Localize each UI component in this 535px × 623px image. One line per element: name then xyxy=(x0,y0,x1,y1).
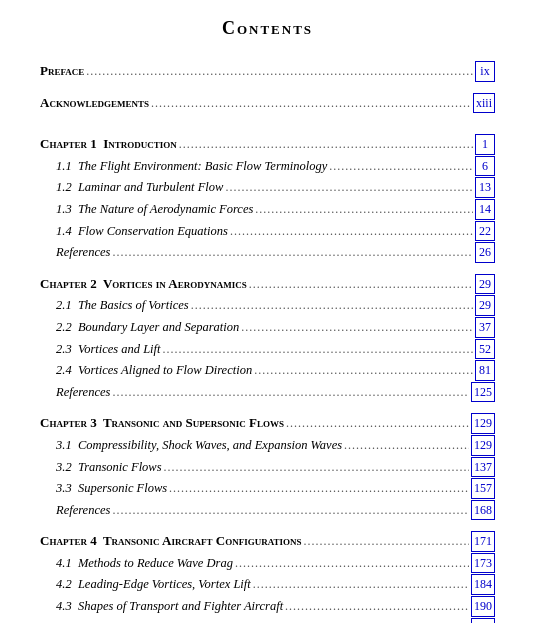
toc-label: 1.4 Flow Conservation Equations xyxy=(40,222,228,241)
toc-row: 1.2 Laminar and Turbulent Flow..........… xyxy=(40,177,495,198)
toc-dots: ........................................… xyxy=(286,414,469,433)
toc-page[interactable]: 29 xyxy=(475,274,495,295)
toc-row: 4.3 Shapes of Transport and Fighter Airc… xyxy=(40,596,495,617)
toc-row: 1.1 The Flight Environment: Basic Flow T… xyxy=(40,156,495,177)
toc-label: 4.1 Methods to Reduce Wave Drag xyxy=(40,554,233,573)
toc-row: References..............................… xyxy=(40,242,495,263)
toc-row: 2.3 Vortices and Lift...................… xyxy=(40,339,495,360)
toc-label: 2.4 Vortices Aligned to Flow Direction xyxy=(40,361,252,380)
toc-page[interactable]: 37 xyxy=(475,317,495,338)
toc-page[interactable]: 190 xyxy=(471,596,495,617)
toc-dots: ........................................… xyxy=(253,575,469,594)
toc-page[interactable]: 52 xyxy=(475,339,495,360)
toc-label: 4.3 Shapes of Transport and Fighter Airc… xyxy=(40,597,283,616)
toc-row: 2.2 Boundary Layer and Separation.......… xyxy=(40,317,495,338)
toc-row: Acknowledgements........................… xyxy=(40,93,495,114)
toc-dots: ........................................… xyxy=(230,222,473,241)
toc-page[interactable]: ix xyxy=(475,61,495,82)
toc-row: 4.2 Leading-Edge Vortices, Vortex Lift..… xyxy=(40,574,495,595)
toc-page[interactable]: 157 xyxy=(471,478,495,499)
toc-dots: ........................................… xyxy=(151,94,471,113)
toc-label: 4.2 Leading-Edge Vortices, Vortex Lift xyxy=(40,575,251,594)
toc-page[interactable]: 6 xyxy=(475,156,495,177)
toc-label: Preface xyxy=(40,61,84,81)
toc-label: Chapter 3 Transonic and Supersonic Flows xyxy=(40,413,284,433)
toc-dots: ........................................… xyxy=(179,135,473,154)
toc-row: 2.1 The Basics of Vortices..............… xyxy=(40,295,495,316)
toc-row: Preface.................................… xyxy=(40,61,495,82)
toc-label: 1.1 The Flight Environment: Basic Flow T… xyxy=(40,157,327,176)
toc-page[interactable]: 168 xyxy=(471,500,495,521)
toc-row: 4.1 Methods to Reduce Wave Drag.........… xyxy=(40,553,495,574)
toc-page[interactable]: 173 xyxy=(471,553,495,574)
toc-page[interactable]: 29 xyxy=(475,295,495,316)
toc-label: References xyxy=(40,501,110,520)
toc-page[interactable]: 213 xyxy=(471,618,495,623)
toc-dots: ........................................… xyxy=(86,62,473,81)
toc-label: References xyxy=(40,243,110,262)
toc-label: 3.3 Supersonic Flows xyxy=(40,479,167,498)
toc-page[interactable]: 81 xyxy=(475,360,495,381)
toc-dots: ........................................… xyxy=(112,501,469,520)
toc-label: References xyxy=(40,383,110,402)
toc-row: References..............................… xyxy=(40,500,495,521)
toc-page[interactable]: 1 xyxy=(475,134,495,155)
toc-label: 4.4 Slender Body Vortices xyxy=(40,619,188,623)
toc-label: 2.1 The Basics of Vortices xyxy=(40,296,189,315)
toc-container: Preface.................................… xyxy=(40,61,495,623)
toc-page[interactable]: 137 xyxy=(471,457,495,478)
toc-dots: ........................................… xyxy=(254,361,473,380)
toc-dots: ........................................… xyxy=(235,554,469,573)
toc-label: Acknowledgements xyxy=(40,93,149,113)
toc-row: Chapter 4 Transonic Aircraft Configurati… xyxy=(40,531,495,552)
toc-page[interactable]: 184 xyxy=(471,574,495,595)
toc-label: 3.2 Transonic Flows xyxy=(40,458,162,477)
toc-dots: ........................................… xyxy=(112,383,469,402)
toc-row: 3.2 Transonic Flows.....................… xyxy=(40,457,495,478)
toc-dots: ........................................… xyxy=(304,532,470,551)
toc-label: 3.1 Compressibility, Shock Waves, and Ex… xyxy=(40,436,342,455)
toc-page[interactable]: 13 xyxy=(475,177,495,198)
toc-dots: ........................................… xyxy=(344,436,469,455)
toc-page[interactable]: 125 xyxy=(471,382,495,403)
toc-dots: ........................................… xyxy=(329,157,473,176)
page-title: Contents xyxy=(40,18,495,39)
toc-row: 4.4 Slender Body Vortices...............… xyxy=(40,618,495,623)
toc-dots: ........................................… xyxy=(249,275,473,294)
toc-row: References..............................… xyxy=(40,382,495,403)
toc-dots: ........................................… xyxy=(285,597,469,616)
toc-dots: ........................................… xyxy=(169,479,469,498)
toc-dots: ........................................… xyxy=(112,243,473,262)
toc-page[interactable]: 129 xyxy=(471,435,495,456)
toc-label: 2.3 Vortices and Lift xyxy=(40,340,161,359)
toc-page[interactable]: 129 xyxy=(471,413,495,434)
toc-page[interactable]: xiii xyxy=(473,93,495,114)
toc-row: Chapter 3 Transonic and Supersonic Flows… xyxy=(40,413,495,434)
toc-label: 2.2 Boundary Layer and Separation xyxy=(40,318,239,337)
toc-page[interactable]: 171 xyxy=(471,531,495,552)
toc-row: 1.3 The Nature of Aerodynamic Forces....… xyxy=(40,199,495,220)
toc-row: Chapter 2 Vortices in Aerodynamics......… xyxy=(40,274,495,295)
toc-page[interactable]: 14 xyxy=(475,199,495,220)
toc-label: Chapter 2 Vortices in Aerodynamics xyxy=(40,274,247,294)
toc-label: 1.2 Laminar and Turbulent Flow xyxy=(40,178,223,197)
toc-row: 1.4 Flow Conservation Equations.........… xyxy=(40,221,495,242)
toc-page[interactable]: 26 xyxy=(475,242,495,263)
toc-label: 1.3 The Nature of Aerodynamic Forces xyxy=(40,200,253,219)
toc-dots: ........................................… xyxy=(163,340,473,359)
toc-page[interactable]: 22 xyxy=(475,221,495,242)
toc-row: 2.4 Vortices Aligned to Flow Direction..… xyxy=(40,360,495,381)
toc-dots: ........................................… xyxy=(255,200,473,219)
toc-dots: ........................................… xyxy=(191,296,473,315)
toc-dots: ........................................… xyxy=(164,458,469,477)
toc-row: 3.1 Compressibility, Shock Waves, and Ex… xyxy=(40,435,495,456)
toc-dots: ........................................… xyxy=(241,318,473,337)
toc-dots: ........................................… xyxy=(225,178,473,197)
toc-row: Chapter 1 Introduction..................… xyxy=(40,134,495,155)
toc-row: 3.3 Supersonic Flows....................… xyxy=(40,478,495,499)
toc-label: Chapter 4 Transonic Aircraft Configurati… xyxy=(40,531,302,551)
toc-label: Chapter 1 Introduction xyxy=(40,134,177,154)
toc-dots: ........................................… xyxy=(190,619,469,623)
